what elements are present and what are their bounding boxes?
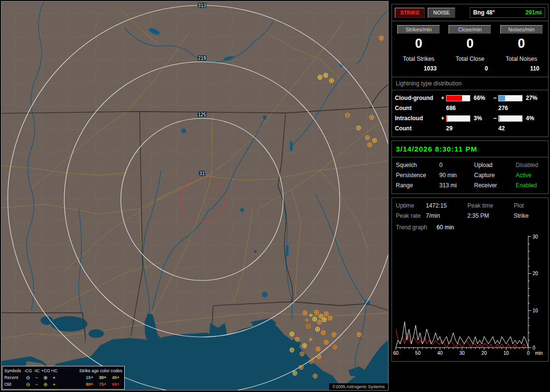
svg-text:0: 0 bbox=[527, 350, 530, 356]
uptime-value: 1472:15 bbox=[426, 202, 467, 209]
intracloud-label: Intracloud bbox=[395, 115, 439, 122]
distance-value: 291mi bbox=[525, 9, 542, 16]
svg-text:10: 10 bbox=[533, 308, 538, 313]
legend-age-title: Strike age color codes bbox=[58, 368, 122, 373]
minus-sign: − bbox=[492, 115, 498, 122]
trend-graph-label: Trend graph bbox=[396, 224, 427, 231]
ic-negative-pct: 4% bbox=[523, 115, 539, 122]
cg-negative-count: 276 bbox=[498, 105, 523, 112]
legend-old-row: Old ⊖ − ⊕ + 60+ 75+ 90+ bbox=[4, 381, 122, 388]
range-value: 313 mi bbox=[439, 182, 474, 189]
upload-status: Disabled bbox=[516, 162, 544, 168]
lightning-strike-symbol bbox=[357, 126, 361, 130]
strikes-per-min-value: 0 bbox=[393, 36, 444, 51]
lightning-strike-symbol bbox=[373, 139, 376, 142]
range-ring-label: 31 bbox=[199, 171, 205, 176]
cg-positive-bar bbox=[446, 95, 470, 101]
lightning-strike-symbol bbox=[318, 320, 321, 324]
receiver-status: Enabled bbox=[516, 182, 544, 189]
lightning-strike-symbol bbox=[300, 352, 304, 356]
plot-value: Strike bbox=[514, 212, 544, 219]
lightning-strike-symbol bbox=[303, 311, 307, 315]
noises-per-min-button[interactable]: Noises/min bbox=[500, 25, 543, 34]
svg-text:40: 40 bbox=[437, 350, 443, 356]
legend-header-row: Symbols -CG -IC +CG +IC Strike age color… bbox=[4, 367, 122, 374]
range-ring-label: 313 bbox=[198, 3, 206, 8]
legend-col-cg-pos: +CG bbox=[41, 368, 50, 373]
capture-status: Active bbox=[516, 172, 544, 179]
trend-graph-header: Trend graph 60 min bbox=[392, 219, 548, 232]
noise-button[interactable]: NOISE bbox=[428, 8, 455, 18]
status-section: 3/14/2026 8:30:11 PM Squelch 0 Upload Di… bbox=[391, 140, 549, 194]
cg-negative-pct: 27% bbox=[523, 95, 539, 101]
svg-text:20: 20 bbox=[481, 350, 487, 356]
noises-per-min-value: 0 bbox=[496, 36, 547, 51]
old-cg-pos-symbol: ⊕ bbox=[41, 382, 50, 387]
total-close-label: Total Close bbox=[444, 56, 495, 62]
noises-column: Noises/min 0 Total Noises 110 bbox=[496, 25, 547, 72]
old-cg-neg-symbol: ⊖ bbox=[24, 382, 32, 387]
map-legend: Symbols -CG -IC +CG +IC Strike age color… bbox=[2, 366, 125, 390]
age-code-90: 90+ bbox=[109, 382, 122, 387]
lightning-strike-symbol bbox=[290, 348, 294, 352]
lightning-strike-symbol bbox=[332, 333, 336, 336]
lightning-strike-symbol bbox=[317, 355, 321, 359]
plus-sign: + bbox=[439, 115, 446, 122]
lightning-map[interactable]: 31321912531 bbox=[1, 1, 388, 390]
age-code-45: 45+ bbox=[109, 375, 122, 380]
strike-button[interactable]: STRIKE bbox=[395, 8, 425, 18]
svg-text:60: 60 bbox=[393, 350, 399, 356]
lightning-strike-symbol bbox=[365, 136, 369, 140]
lightning-strike-symbol bbox=[316, 327, 319, 331]
settings-grid: Squelch 0 Upload Disabled Persistence 90… bbox=[392, 157, 548, 194]
toolbar: STRIKE NOISE Bng 48° 291mi bbox=[392, 4, 548, 21]
ic-positive-pct: 3% bbox=[471, 115, 492, 122]
lightning-strike-symbol bbox=[313, 374, 317, 378]
rate-counters: Strikes/min 0 Total Strikes 1033 Close/m… bbox=[392, 21, 548, 72]
distribution-grid: Cloud-ground + 66% − 27% Count 686 276 I… bbox=[392, 90, 548, 137]
receiver-label: Receiver bbox=[474, 182, 516, 189]
lightning-strike-symbol bbox=[321, 331, 325, 335]
legend-recent-row: Recent ⊖ − ⊕ + 15+ 30+ 45+ bbox=[4, 374, 122, 381]
lightning-strike-symbol bbox=[333, 345, 337, 349]
county-lines bbox=[1, 1, 388, 390]
ic-negative-count: 42 bbox=[498, 125, 523, 132]
lightning-strike-symbol bbox=[293, 371, 297, 375]
lightning-strike-symbol bbox=[309, 360, 313, 364]
minus-sign: − bbox=[492, 95, 498, 101]
copyright-notice: ©2005 Astrogenic Systems bbox=[329, 383, 388, 390]
bearing-value: Bng 48° bbox=[473, 9, 495, 16]
ic-negative-bar bbox=[498, 115, 522, 122]
upload-label: Upload bbox=[474, 162, 516, 168]
cloud-ground-label: Cloud-ground bbox=[395, 95, 439, 101]
legend-col-ic-pos: +IC bbox=[50, 368, 58, 373]
legend-col-ic-neg: -IC bbox=[32, 368, 41, 373]
ic-count-label: Count bbox=[395, 125, 439, 132]
old-ic-neg-symbol: − bbox=[32, 382, 41, 387]
capture-label: Capture bbox=[474, 172, 516, 179]
lightning-strike-symbol bbox=[303, 344, 306, 348]
svg-text:30: 30 bbox=[459, 350, 465, 356]
peak-rate-value: 7/min bbox=[426, 212, 467, 219]
lightning-strike-symbol bbox=[313, 317, 317, 321]
persistence-value: 90 min bbox=[439, 172, 474, 179]
lightning-tracker-app: 31321912531 Symbols -CG -IC +CG +IC Stri… bbox=[0, 0, 550, 392]
lightning-strike-symbol bbox=[324, 340, 328, 344]
bearing-display: Bng 48° 291mi bbox=[470, 7, 545, 18]
strikes-per-min-button[interactable]: Strikes/min bbox=[397, 25, 440, 34]
plot-label: Plot bbox=[514, 202, 544, 209]
old-ic-pos-symbol: + bbox=[50, 382, 58, 387]
map-panel[interactable]: 31321912531 Symbols -CG -IC +CG +IC Stri… bbox=[1, 1, 389, 391]
total-noises-value: 110 bbox=[496, 65, 547, 72]
lightning-strike-symbol bbox=[316, 347, 320, 351]
lightning-strike-symbol bbox=[324, 312, 328, 316]
svg-text:20: 20 bbox=[533, 271, 538, 276]
close-per-min-button[interactable]: Close/min bbox=[449, 25, 491, 34]
strikes-column: Strikes/min 0 Total Strikes 1033 bbox=[393, 25, 444, 72]
ic-positive-bar bbox=[446, 115, 470, 122]
lightning-strike-symbol bbox=[328, 316, 332, 320]
total-strikes-value: 1033 bbox=[393, 65, 444, 72]
legend-symbols-title: Symbols bbox=[4, 368, 24, 373]
lightning-strike-symbol bbox=[370, 115, 374, 119]
distribution-title: Lightning type distribution bbox=[392, 77, 548, 90]
